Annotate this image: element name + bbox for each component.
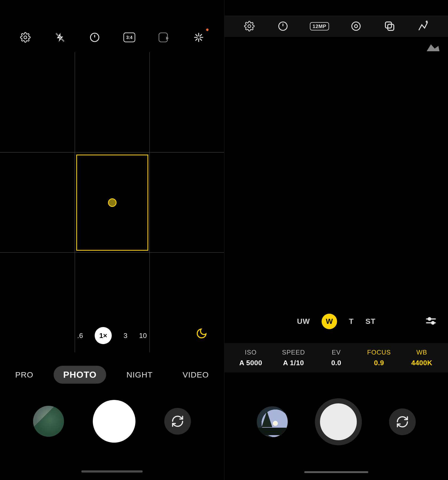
svg-marker-24 xyxy=(427,44,439,51)
lens-selector: UW W T ST xyxy=(225,314,448,329)
shutter-button[interactable] xyxy=(93,400,135,443)
pro-focus-value: 0.9 xyxy=(374,359,384,367)
svg-line-15 xyxy=(200,34,202,36)
bottom-bar xyxy=(0,400,224,443)
histogram-icon xyxy=(426,42,441,52)
viewfinder[interactable] xyxy=(225,40,448,334)
camera-app-photo-mode: 3:4 .6 1× 3 10 xyxy=(0,0,224,480)
shutter-button[interactable] xyxy=(315,398,362,445)
bottom-bar xyxy=(225,398,448,445)
mode-video[interactable]: VIDEO xyxy=(173,367,218,383)
metering-icon xyxy=(350,21,362,32)
grid-line xyxy=(75,52,75,352)
switch-camera-icon xyxy=(171,415,184,428)
mode-pro[interactable]: PRO xyxy=(6,367,43,383)
motion-photo-icon xyxy=(158,32,170,43)
grid-line xyxy=(0,152,224,152)
pro-speed-label: SPEED xyxy=(282,349,305,356)
metering-button[interactable] xyxy=(349,19,363,33)
mode-selector[interactable]: PRO PHOTO NIGHT VIDEO xyxy=(0,366,224,384)
effects-button[interactable] xyxy=(192,31,205,44)
aspect-ratio-button[interactable]: 3:4 xyxy=(123,31,136,44)
grid-line xyxy=(149,52,150,352)
pro-ev[interactable]: EV 0.0 xyxy=(316,349,356,367)
pro-iso[interactable]: ISO A 5000 xyxy=(231,349,271,367)
settings-button[interactable] xyxy=(19,31,32,44)
top-toolbar: 3:4 xyxy=(0,27,224,48)
overlay-squares-icon xyxy=(384,21,395,32)
resolution-button[interactable]: 12MP xyxy=(310,19,329,33)
zoom-option-1x-active[interactable]: 1× xyxy=(95,327,112,344)
lens-uw[interactable]: UW xyxy=(297,317,310,326)
viewfinder[interactable]: .6 1× 3 10 xyxy=(0,52,224,352)
gallery-thumbnail-button[interactable] xyxy=(33,406,64,437)
effects-indicator-dot xyxy=(206,29,209,31)
aspect-ratio-label: 3:4 xyxy=(126,35,132,40)
timer-icon xyxy=(89,32,100,43)
moon-icon xyxy=(196,328,207,339)
star-path-button[interactable] xyxy=(417,19,430,33)
lens-t[interactable]: T xyxy=(349,317,354,326)
gear-icon xyxy=(20,32,31,43)
zoom-option-0-6x[interactable]: .6 xyxy=(77,332,83,340)
svg-point-17 xyxy=(248,25,251,28)
aspect-ratio-icon: 3:4 xyxy=(123,32,135,42)
resolution-label: 12MP xyxy=(310,22,329,30)
settings-button[interactable] xyxy=(243,19,256,33)
gear-icon xyxy=(244,21,255,32)
focus-area-box[interactable] xyxy=(76,155,148,251)
pro-focus-label: FOCUS xyxy=(367,349,391,356)
switch-camera-button[interactable] xyxy=(164,408,191,435)
lens-w-active[interactable]: W xyxy=(322,314,337,329)
timer-button[interactable] xyxy=(88,31,101,44)
mode-photo-active[interactable]: PHOTO xyxy=(54,366,106,384)
svg-point-20 xyxy=(352,22,360,30)
home-indicator[interactable] xyxy=(304,471,368,473)
zoom-option-3x[interactable]: 3 xyxy=(123,332,127,340)
focus-point-dot[interactable] xyxy=(108,198,117,207)
overlay-button[interactable] xyxy=(383,19,396,33)
pro-wb[interactable]: WB 4400K xyxy=(402,349,442,367)
grid-line xyxy=(0,252,224,253)
shutter-inner xyxy=(320,403,357,440)
pro-iso-label: ISO xyxy=(245,349,257,356)
camera-app-pro-mode: 12MP UW W T ST ISO xyxy=(224,0,448,480)
lens-st[interactable]: ST xyxy=(365,317,375,326)
timer-button[interactable] xyxy=(276,19,290,33)
svg-line-13 xyxy=(196,34,197,36)
sliders-icon xyxy=(425,315,437,327)
pro-speed-value: A 1/10 xyxy=(283,359,304,367)
switch-camera-button[interactable] xyxy=(389,408,416,435)
pro-ev-label: EV xyxy=(332,349,341,356)
pro-wb-label: WB xyxy=(416,349,427,356)
svg-line-14 xyxy=(200,39,202,40)
pro-controls-strip: ISO A 5000 SPEED A 1/10 EV 0.0 FOCUS 0.9… xyxy=(225,343,448,372)
gallery-thumbnail-button[interactable] xyxy=(257,406,288,437)
motion-photo-button[interactable] xyxy=(157,31,171,44)
histogram-button[interactable] xyxy=(426,42,441,52)
svg-point-28 xyxy=(432,322,434,324)
zoom-selector: .6 1× 3 10 xyxy=(0,327,224,344)
mode-night[interactable]: NIGHT xyxy=(117,367,162,383)
pro-speed[interactable]: SPEED A 1/10 xyxy=(274,349,314,367)
top-toolbar: 12MP xyxy=(225,15,448,37)
timer-icon xyxy=(277,21,289,32)
svg-point-0 xyxy=(24,36,27,39)
pro-wb-value: 4400K xyxy=(411,359,432,367)
adjustments-button[interactable] xyxy=(425,315,437,327)
star-path-icon xyxy=(418,21,429,32)
night-mode-button[interactable] xyxy=(195,327,208,340)
zoom-option-10x[interactable]: 10 xyxy=(139,332,147,340)
pro-iso-value: A 5000 xyxy=(239,359,262,367)
home-indicator[interactable] xyxy=(81,470,143,473)
svg-point-21 xyxy=(354,25,357,27)
pro-ev-value: 0.0 xyxy=(331,359,341,367)
switch-camera-icon xyxy=(396,415,409,428)
flash-off-icon xyxy=(55,32,65,43)
pro-focus[interactable]: FOCUS 0.9 xyxy=(359,349,399,367)
svg-point-26 xyxy=(428,318,431,320)
sparkle-icon xyxy=(193,32,204,43)
flash-button[interactable] xyxy=(53,31,67,44)
svg-line-16 xyxy=(196,39,197,40)
